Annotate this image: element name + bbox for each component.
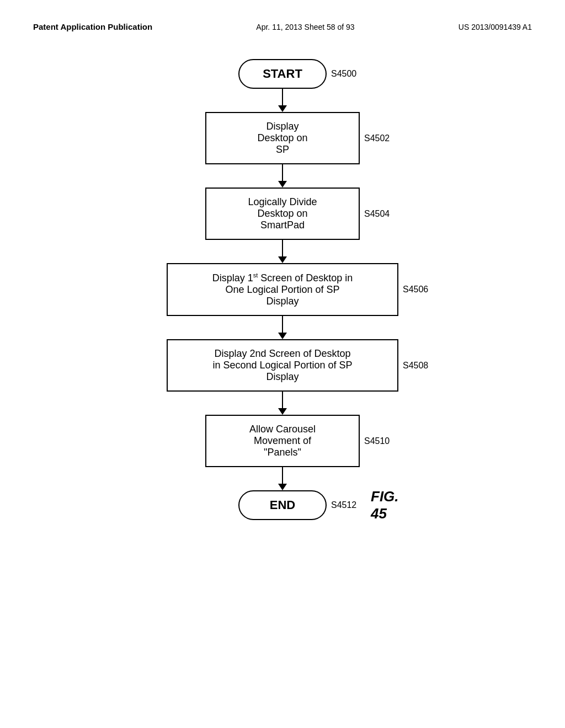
s4504-node-wrap: Logically DivideDesktop onSmartPad S4504 [205, 188, 360, 240]
s4506-label: S4506 [403, 285, 428, 295]
s4510-process: Allow CarouselMovement of"Panels" [205, 415, 360, 467]
s4506-process: Display 1st Screen of Desktop inOne Logi… [167, 263, 398, 316]
arrow-1 [278, 105, 287, 112]
flowchart: START S4500 DisplayDesktop onSP S4502 Lo… [167, 59, 398, 520]
arrow-2 [278, 181, 287, 188]
arrow-6 [278, 484, 287, 490]
fig-label: FIG. 45 [371, 488, 399, 522]
s4506-node-wrap: Display 1st Screen of Desktop inOne Logi… [167, 263, 398, 316]
s4502-node-wrap: DisplayDesktop onSP S4502 [205, 112, 360, 164]
s4510-label: S4510 [364, 436, 390, 446]
s4510-node-wrap: Allow CarouselMovement of"Panels" S4510 [205, 415, 360, 467]
header-date-sheet: Apr. 11, 2013 Sheet 58 of 93 [256, 23, 354, 31]
end-terminal: END [238, 490, 327, 520]
s4508-label: S4508 [403, 361, 428, 371]
connector-3 [282, 240, 284, 256]
diagram-container: START S4500 DisplayDesktop onSP S4502 Lo… [0, 42, 565, 520]
s4504-label: S4504 [364, 209, 390, 219]
s4508-process: Display 2nd Screen of Desktopin Second L… [167, 339, 398, 392]
arrow-4 [278, 333, 287, 339]
connector-5 [282, 392, 284, 408]
connector-6 [282, 467, 284, 484]
start-terminal: START [238, 59, 327, 89]
connector-1 [282, 89, 284, 105]
arrow-3 [278, 256, 287, 263]
page-header: Patent Application Publication Apr. 11, … [0, 0, 565, 42]
arrow-5 [278, 408, 287, 415]
s4512-label: S4512 [331, 500, 356, 510]
s4502-process: DisplayDesktop onSP [205, 112, 360, 164]
s4502-label: S4502 [364, 133, 390, 143]
s4500-label: S4500 [331, 69, 356, 79]
s4504-process: Logically DivideDesktop onSmartPad [205, 188, 360, 240]
connector-4 [282, 316, 284, 333]
connector-2 [282, 164, 284, 181]
header-publication-type: Patent Application Publication [33, 22, 152, 31]
header-patent-number: US 2013/0091439 A1 [459, 23, 532, 31]
end-node-wrap: END S4512 FIG. 45 [238, 490, 327, 520]
start-node-wrap: START S4500 [238, 59, 327, 89]
s4508-node-wrap: Display 2nd Screen of Desktopin Second L… [167, 339, 398, 392]
